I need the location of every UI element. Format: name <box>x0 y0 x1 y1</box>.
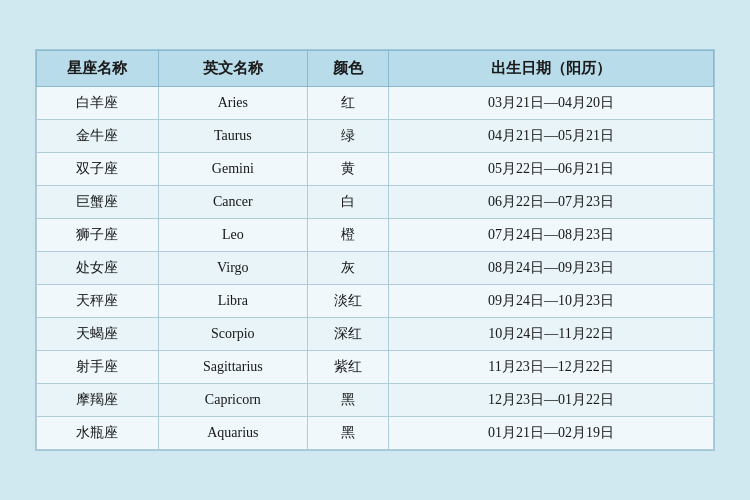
table-row: 狮子座Leo橙07月24日—08月23日 <box>37 219 714 252</box>
cell-english: Cancer <box>158 186 307 219</box>
cell-color: 绿 <box>307 120 388 153</box>
cell-chinese: 天秤座 <box>37 285 159 318</box>
cell-color: 深红 <box>307 318 388 351</box>
cell-chinese: 射手座 <box>37 351 159 384</box>
cell-color: 黑 <box>307 384 388 417</box>
table-row: 巨蟹座Cancer白06月22日—07月23日 <box>37 186 714 219</box>
cell-chinese: 巨蟹座 <box>37 186 159 219</box>
cell-date: 06月22日—07月23日 <box>389 186 714 219</box>
cell-english: Sagittarius <box>158 351 307 384</box>
table-row: 金牛座Taurus绿04月21日—05月21日 <box>37 120 714 153</box>
table-header-row: 星座名称 英文名称 颜色 出生日期（阳历） <box>37 51 714 87</box>
table-body: 白羊座Aries红03月21日—04月20日金牛座Taurus绿04月21日—0… <box>37 87 714 450</box>
cell-color: 淡红 <box>307 285 388 318</box>
cell-date: 07月24日—08月23日 <box>389 219 714 252</box>
cell-english: Aries <box>158 87 307 120</box>
cell-chinese: 狮子座 <box>37 219 159 252</box>
cell-color: 黑 <box>307 417 388 450</box>
cell-date: 12月23日—01月22日 <box>389 384 714 417</box>
cell-english: Taurus <box>158 120 307 153</box>
cell-english: Aquarius <box>158 417 307 450</box>
cell-date: 08月24日—09月23日 <box>389 252 714 285</box>
table-row: 摩羯座Capricorn黑12月23日—01月22日 <box>37 384 714 417</box>
header-english: 英文名称 <box>158 51 307 87</box>
header-color: 颜色 <box>307 51 388 87</box>
header-chinese: 星座名称 <box>37 51 159 87</box>
cell-chinese: 水瓶座 <box>37 417 159 450</box>
cell-color: 橙 <box>307 219 388 252</box>
cell-chinese: 白羊座 <box>37 87 159 120</box>
cell-english: Gemini <box>158 153 307 186</box>
cell-date: 04月21日—05月21日 <box>389 120 714 153</box>
cell-english: Libra <box>158 285 307 318</box>
cell-chinese: 处女座 <box>37 252 159 285</box>
cell-date: 10月24日—11月22日 <box>389 318 714 351</box>
header-date: 出生日期（阳历） <box>389 51 714 87</box>
cell-chinese: 天蝎座 <box>37 318 159 351</box>
cell-color: 红 <box>307 87 388 120</box>
cell-english: Virgo <box>158 252 307 285</box>
cell-chinese: 双子座 <box>37 153 159 186</box>
cell-color: 紫红 <box>307 351 388 384</box>
cell-english: Capricorn <box>158 384 307 417</box>
zodiac-table: 星座名称 英文名称 颜色 出生日期（阳历） 白羊座Aries红03月21日—04… <box>36 50 714 450</box>
table-row: 双子座Gemini黄05月22日—06月21日 <box>37 153 714 186</box>
zodiac-table-container: 星座名称 英文名称 颜色 出生日期（阳历） 白羊座Aries红03月21日—04… <box>35 49 715 451</box>
cell-date: 11月23日—12月22日 <box>389 351 714 384</box>
cell-date: 09月24日—10月23日 <box>389 285 714 318</box>
table-row: 天秤座Libra淡红09月24日—10月23日 <box>37 285 714 318</box>
cell-color: 灰 <box>307 252 388 285</box>
table-row: 射手座Sagittarius紫红11月23日—12月22日 <box>37 351 714 384</box>
table-row: 天蝎座Scorpio深红10月24日—11月22日 <box>37 318 714 351</box>
cell-english: Scorpio <box>158 318 307 351</box>
cell-date: 03月21日—04月20日 <box>389 87 714 120</box>
table-row: 水瓶座Aquarius黑01月21日—02月19日 <box>37 417 714 450</box>
cell-chinese: 金牛座 <box>37 120 159 153</box>
table-row: 白羊座Aries红03月21日—04月20日 <box>37 87 714 120</box>
cell-color: 黄 <box>307 153 388 186</box>
cell-date: 01月21日—02月19日 <box>389 417 714 450</box>
cell-english: Leo <box>158 219 307 252</box>
cell-chinese: 摩羯座 <box>37 384 159 417</box>
table-row: 处女座Virgo灰08月24日—09月23日 <box>37 252 714 285</box>
cell-color: 白 <box>307 186 388 219</box>
cell-date: 05月22日—06月21日 <box>389 153 714 186</box>
